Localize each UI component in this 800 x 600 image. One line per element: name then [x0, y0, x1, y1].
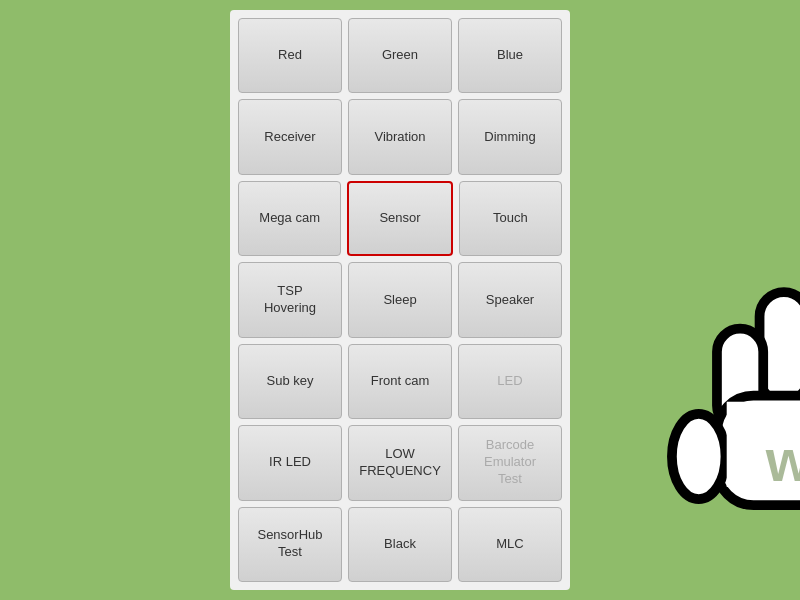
grid-row-2: Mega camSensorTouch	[238, 181, 562, 256]
cell-1-1[interactable]: Vibration	[348, 99, 452, 174]
grid-row-5: IR LEDLOWFREQUENCYBarcodeEmulatorTest	[238, 425, 562, 500]
grid-row-1: ReceiverVibrationDimming	[238, 99, 562, 174]
cell-0-2[interactable]: Blue	[458, 18, 562, 93]
cell-6-2[interactable]: MLC	[458, 507, 562, 582]
cell-1-0[interactable]: Receiver	[238, 99, 342, 174]
grid-row-3: TSPHoveringSleepSpeaker	[238, 262, 562, 337]
cell-6-1[interactable]: Black	[348, 507, 452, 582]
cell-2-0[interactable]: Mega cam	[238, 181, 341, 256]
cell-5-1[interactable]: LOWFREQUENCY	[348, 425, 452, 500]
grid-row-4: Sub keyFront camLED	[238, 344, 562, 419]
svg-rect-4	[717, 329, 763, 429]
cell-4-1[interactable]: Front cam	[348, 344, 452, 419]
cell-3-1[interactable]: Sleep	[348, 262, 452, 337]
cell-0-0[interactable]: Red	[238, 18, 342, 93]
cell-3-2[interactable]: Speaker	[458, 262, 562, 337]
cell-6-0[interactable]: SensorHubTest	[238, 507, 342, 582]
grid-row-0: RedGreenBlue	[238, 18, 562, 93]
phone-panel: RedGreenBlueReceiverVibrationDimmingMega…	[230, 10, 570, 590]
cell-4-2[interactable]: LED	[458, 344, 562, 419]
svg-rect-0	[760, 292, 800, 402]
cell-5-0[interactable]: IR LED	[238, 425, 342, 500]
grid-row-6: SensorHubTestBlackMLC	[238, 507, 562, 582]
svg-rect-7	[727, 402, 800, 487]
cursor-hand: wH	[660, 280, 800, 560]
svg-text:wH: wH	[765, 428, 800, 493]
cell-5-2[interactable]: BarcodeEmulatorTest	[458, 425, 562, 500]
svg-rect-5	[717, 396, 800, 506]
cell-4-0[interactable]: Sub key	[238, 344, 342, 419]
cell-2-2[interactable]: Touch	[459, 181, 562, 256]
cell-3-0[interactable]: TSPHovering	[238, 262, 342, 337]
svg-point-6	[672, 414, 726, 499]
cell-2-1[interactable]: Sensor	[347, 181, 452, 256]
cell-1-2[interactable]: Dimming	[458, 99, 562, 174]
cell-0-1[interactable]: Green	[348, 18, 452, 93]
